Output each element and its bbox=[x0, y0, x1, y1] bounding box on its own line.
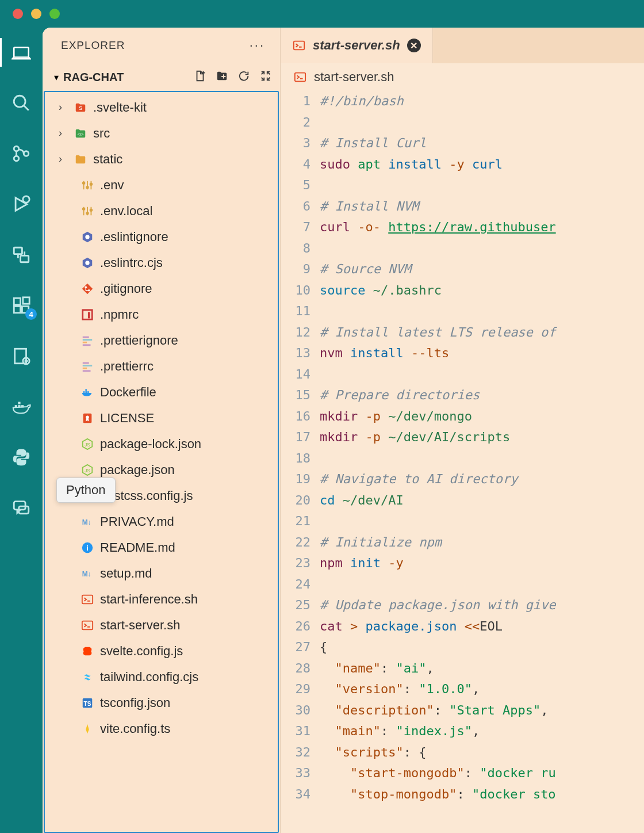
folder-name[interactable]: RAG-CHAT bbox=[63, 71, 124, 84]
svg-rect-41 bbox=[83, 365, 93, 366]
file--prettierrc[interactable]: .prettierrc bbox=[45, 353, 278, 379]
file-svelte-config-js[interactable]: svelte.config.js bbox=[45, 638, 278, 664]
refresh-icon[interactable] bbox=[237, 70, 250, 85]
file-start-inference-sh[interactable]: start-inference.sh bbox=[45, 586, 278, 612]
tailwind-icon bbox=[80, 670, 94, 684]
tree-item-label: start-server.sh bbox=[100, 618, 180, 633]
activity-search-icon[interactable] bbox=[9, 91, 33, 115]
src-folder-icon: </> bbox=[74, 127, 87, 140]
tree-item-label: src bbox=[93, 126, 110, 141]
svg-text:</>: </> bbox=[78, 131, 84, 136]
svg-text:TS: TS bbox=[84, 700, 91, 706]
new-file-icon[interactable] bbox=[194, 70, 206, 85]
tree-item-label: .eslintrc.cjs bbox=[100, 255, 163, 270]
svg-text:M↓: M↓ bbox=[82, 570, 91, 578]
minimize-window-button[interactable] bbox=[31, 9, 41, 19]
collapse-all-icon[interactable] bbox=[259, 70, 272, 85]
svg-rect-7 bbox=[21, 255, 29, 262]
activity-docker-icon[interactable] bbox=[9, 395, 33, 419]
folder--svelte-kit[interactable]: ›S.svelte-kit bbox=[45, 94, 278, 120]
chevron-right-icon: › bbox=[59, 127, 68, 139]
activity-chat-icon[interactable] bbox=[9, 496, 33, 520]
tab-label: start-server.sh bbox=[313, 38, 400, 53]
tree-item-label: package.json bbox=[100, 463, 175, 477]
sliders-icon bbox=[80, 178, 94, 192]
activity-extensions-icon[interactable]: 4 bbox=[9, 293, 33, 318]
activity-run-debug-icon[interactable] bbox=[9, 192, 33, 216]
file-vite-config-ts[interactable]: vite.config.ts bbox=[45, 716, 278, 742]
new-folder-icon[interactable] bbox=[216, 70, 228, 85]
file--prettierignore[interactable]: .prettierignore bbox=[45, 327, 278, 353]
file--env-local[interactable]: .env.local bbox=[45, 198, 278, 224]
chevron-down-icon[interactable]: ▾ bbox=[54, 72, 59, 83]
breadcrumb[interactable]: start-server.sh bbox=[281, 63, 644, 91]
tree-item-label: .env bbox=[100, 178, 124, 193]
file--eslintrc-cjs[interactable]: .eslintrc.cjs bbox=[45, 250, 278, 276]
file-package-lock-json[interactable]: JSpackage-lock.json bbox=[45, 431, 278, 457]
activity-source-control-icon[interactable] bbox=[9, 142, 33, 166]
svg-point-3 bbox=[14, 156, 19, 161]
activity-project-manager-icon[interactable] bbox=[9, 344, 33, 368]
close-window-button[interactable] bbox=[13, 9, 23, 19]
file-setup-md[interactable]: M↓setup.md bbox=[45, 560, 278, 586]
tab-start-server[interactable]: start-server.sh ✕ bbox=[281, 28, 433, 63]
file-license[interactable]: LICENSE bbox=[45, 405, 278, 431]
info-icon: i bbox=[80, 541, 94, 555]
svg-rect-45 bbox=[85, 391, 87, 393]
svg-point-33 bbox=[88, 289, 90, 291]
tree-item-label: package-lock.json bbox=[100, 437, 201, 452]
file--env[interactable]: .env bbox=[45, 172, 278, 198]
svg-rect-43 bbox=[83, 370, 91, 372]
file-tree[interactable]: ›S.svelte-kit›</>src›static.env.env.loca… bbox=[44, 91, 279, 833]
folder-static[interactable]: ›static bbox=[45, 146, 278, 172]
file-tailwind-config-cjs[interactable]: tailwind.config.cjs bbox=[45, 664, 278, 690]
npm-icon bbox=[80, 308, 94, 322]
hex-icon bbox=[80, 256, 94, 270]
chevron-right-icon: › bbox=[59, 101, 68, 113]
code-content[interactable]: #!/bin/bash # Install Curlsudo apt insta… bbox=[320, 91, 644, 833]
editor-area: start-server.sh ✕ start-server.sh 123456… bbox=[281, 28, 644, 833]
activity-python-icon[interactable] bbox=[9, 445, 33, 469]
file-dockerfile[interactable]: Dockerfile bbox=[45, 379, 278, 405]
git-icon bbox=[80, 282, 94, 296]
svg-point-30 bbox=[85, 235, 89, 239]
docker-icon bbox=[80, 385, 94, 399]
file-tsconfig-json[interactable]: TStsconfig.json bbox=[45, 690, 278, 716]
vite-icon bbox=[80, 722, 94, 736]
svg-rect-37 bbox=[83, 339, 93, 341]
svg-rect-11 bbox=[23, 297, 29, 304]
activity-remote-icon[interactable] bbox=[9, 243, 33, 267]
close-tab-icon[interactable]: ✕ bbox=[407, 39, 421, 52]
shell-icon bbox=[292, 39, 306, 52]
tree-item-label: tsconfig.json bbox=[100, 696, 170, 710]
file-privacy-md[interactable]: M↓PRIVACY.md bbox=[45, 509, 278, 534]
svg-rect-44 bbox=[83, 391, 85, 393]
svg-text:M↓: M↓ bbox=[82, 518, 91, 526]
tree-item-label: static bbox=[93, 152, 122, 167]
folder-src[interactable]: ›</>src bbox=[45, 120, 278, 146]
file--gitignore[interactable]: .gitignore bbox=[45, 276, 278, 301]
file--npmrc[interactable]: .npmrc bbox=[45, 301, 278, 327]
file-readme-md[interactable]: iREADME.md bbox=[45, 534, 278, 560]
activity-explorer-icon[interactable] bbox=[9, 40, 33, 64]
maximize-window-button[interactable] bbox=[49, 9, 60, 19]
svelte-folder-icon: S bbox=[74, 101, 87, 114]
svg-point-28 bbox=[86, 212, 89, 214]
prettier-icon bbox=[80, 360, 94, 373]
svg-rect-12 bbox=[15, 349, 26, 364]
svg-point-1 bbox=[14, 95, 25, 107]
sidebar-more-icon[interactable]: ··· bbox=[250, 38, 265, 53]
file--eslintignore[interactable]: .eslintignore bbox=[45, 224, 278, 250]
svg-rect-6 bbox=[14, 247, 22, 254]
svg-point-2 bbox=[14, 146, 19, 151]
tree-item-label: .npmrc bbox=[100, 307, 139, 322]
svg-rect-36 bbox=[83, 336, 89, 338]
svg-rect-17 bbox=[18, 402, 20, 404]
tree-item-label: vite.config.ts bbox=[100, 721, 170, 736]
license-icon bbox=[80, 411, 94, 425]
svg-rect-61 bbox=[294, 41, 304, 50]
line-gutter: 1234567891011121314151617181920212223242… bbox=[281, 91, 320, 833]
tree-item-label: tailwind.config.cjs bbox=[100, 670, 198, 685]
svg-rect-40 bbox=[83, 362, 89, 364]
file-start-server-sh[interactable]: start-server.sh bbox=[45, 612, 278, 638]
